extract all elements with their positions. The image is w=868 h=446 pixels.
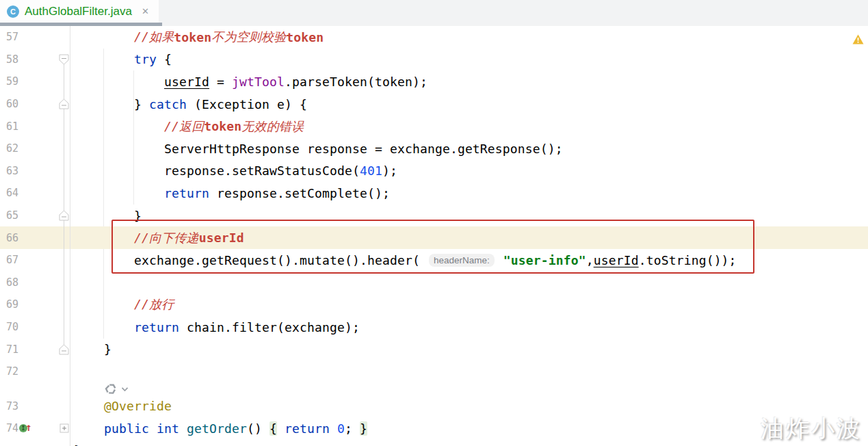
code-text: } (71, 342, 111, 356)
gutter[interactable]: 65 (0, 205, 71, 227)
line-number: 60 (6, 98, 18, 110)
inspection-warning-icon[interactable] (852, 34, 864, 47)
class-icon: C (7, 5, 19, 18)
implements-override-marker-icon[interactable]: I↑ (19, 423, 32, 434)
code-line[interactable]: 62ServerHttpResponse response = exchange… (0, 137, 868, 160)
code-token: } (134, 209, 142, 223)
code-text: ServerHttpResponse response = exchange.g… (71, 142, 563, 156)
code-token: 不为空则校验 (211, 29, 286, 45)
code-line[interactable]: 74I↑public int getOrder() { return 0; } (0, 417, 868, 440)
line-number: 62 (6, 142, 18, 155)
code-token: chain.filter(exchange); (179, 320, 360, 334)
code-line[interactable]: 66//向下传递userId (0, 226, 868, 249)
code-text: try { (71, 52, 172, 66)
code-token: } (104, 342, 111, 356)
code-token: ServerHttpResponse response = exchange.g… (164, 142, 563, 156)
gutter[interactable]: 61 (0, 115, 71, 137)
code-token: 无效的错误 (241, 118, 304, 135)
inlay-row[interactable] (0, 383, 868, 395)
gutter[interactable]: 63 (0, 160, 71, 183)
code-text: return chain.filter(exchange); (71, 320, 360, 334)
code-text: response.setRawStatusCode(401); (71, 163, 397, 178)
code-line[interactable]: 67exchange.getRequest().mutate().header(… (0, 249, 868, 272)
gutter[interactable]: 58 (0, 49, 71, 71)
code-line[interactable]: } (0, 440, 868, 446)
gutter[interactable]: 69 (0, 293, 71, 316)
code-token: = (209, 75, 232, 89)
code-token: getOrder (187, 421, 247, 436)
code-token: return (134, 320, 179, 334)
watermark: 油炸小波 (761, 413, 862, 445)
gutter[interactable]: 64 (0, 182, 71, 205)
gutter[interactable]: 60 (0, 93, 71, 116)
gutter[interactable]: 71 (0, 338, 71, 360)
code-token: .parseToken(token); (285, 75, 428, 89)
code-line[interactable]: 63response.setRawStatusCode(401); (0, 160, 868, 183)
code-token: //如果 (134, 29, 174, 45)
code-line[interactable]: 69//放行 (0, 293, 868, 316)
code-line[interactable]: 68 (0, 272, 868, 294)
code-line[interactable]: 57//如果token不为空则校验token (0, 26, 868, 49)
code-text: public int getOrder() { return 0; } (71, 421, 367, 436)
code-line[interactable]: 64return response.setComplete(); (0, 182, 868, 205)
code-token: //返回 (164, 118, 204, 135)
ai-inlay-icon[interactable] (104, 383, 118, 395)
code-token: userId (199, 231, 244, 245)
code-text: //向下传递userId (71, 230, 244, 246)
line-number: 74 (6, 422, 18, 434)
code-line[interactable]: 61//返回token无效的错误 (0, 115, 868, 137)
gutter[interactable]: 68 (0, 272, 71, 294)
line-number: 68 (6, 276, 18, 289)
code-token: @Override (104, 399, 172, 413)
code-token: response.setComplete(); (209, 186, 390, 200)
code-line[interactable]: 70return chain.filter(exchange); (0, 316, 868, 339)
line-number: 73 (6, 400, 18, 412)
chevron-down-icon[interactable] (121, 386, 129, 392)
gutter[interactable]: 70 (0, 316, 71, 339)
fold-marker-icon[interactable] (59, 210, 69, 221)
gutter[interactable] (0, 383, 71, 395)
code-token: ; (345, 421, 360, 436)
gutter[interactable]: 62 (0, 137, 71, 160)
code-token: exchange.getRequest().mutate().header( (134, 253, 428, 267)
editor-tab[interactable]: C AuthGlobalFilter.java ✕ (0, 0, 159, 23)
gutter[interactable]: 66 (0, 226, 71, 249)
code-token: 401 (360, 163, 382, 178)
code-token: //放行 (134, 296, 174, 313)
gutter[interactable]: 72 (0, 360, 71, 383)
code-text: return response.setComplete(); (71, 186, 390, 200)
code-line[interactable]: 71} (0, 338, 868, 360)
gutter[interactable]: 67 (0, 249, 71, 272)
gutter[interactable]: 73 (0, 395, 71, 418)
fold-marker-icon[interactable] (59, 344, 69, 355)
code-line[interactable]: 73@Override (0, 395, 868, 418)
code-line[interactable]: 59userId = jwtTool.parseToken(token); (0, 70, 868, 93)
gutter[interactable] (0, 440, 71, 446)
editor-tab-bar: C AuthGlobalFilter.java ✕ (0, 0, 868, 26)
code-token: return (164, 186, 209, 200)
code-line[interactable]: 72 (0, 360, 868, 383)
gutter[interactable]: 59 (0, 70, 71, 93)
parameter-hint: headerName: (429, 254, 495, 267)
code-text: @Override (71, 399, 172, 413)
code-text: } catch (Exception e) { (71, 97, 307, 112)
gutter[interactable]: 57 (0, 26, 71, 49)
code-line[interactable]: 65} (0, 205, 868, 227)
code-text: } (71, 443, 81, 446)
code-token: } (74, 443, 81, 446)
code-token: //向下传递 (134, 230, 199, 246)
fold-marker-icon[interactable] (59, 54, 69, 65)
code-text (71, 383, 129, 395)
code-text: } (71, 209, 142, 223)
code-editor[interactable]: 57//如果token不为空则校验token58try {59userId = … (0, 26, 868, 446)
fold-marker-icon[interactable] (59, 99, 69, 109)
line-number: 71 (6, 343, 18, 356)
code-token (179, 421, 187, 436)
code-line[interactable]: 60} catch (Exception e) { (0, 93, 868, 116)
close-icon[interactable]: ✕ (142, 6, 149, 16)
gutter[interactable]: 74I↑ (0, 417, 71, 440)
line-number: 66 (6, 232, 18, 244)
fold-expand-icon[interactable] (59, 423, 69, 434)
code-token: , (586, 253, 594, 267)
code-line[interactable]: 58try { (0, 49, 868, 71)
